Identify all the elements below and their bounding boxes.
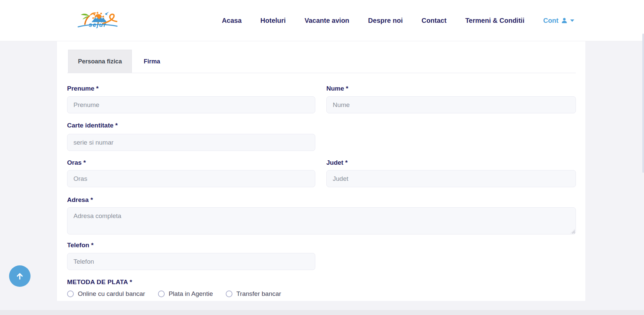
nume-label: Nume * bbox=[326, 85, 348, 92]
nume-input[interactable] bbox=[326, 96, 576, 113]
tab-firma-label: Firma bbox=[144, 58, 160, 65]
nav-item-contact[interactable]: Contact bbox=[422, 17, 446, 24]
booking-form-card: Persoana fizica Firma Prenume * Nume * C… bbox=[57, 41, 585, 301]
header: sejur Acasa Hoteluri Vacante avion Despr… bbox=[0, 0, 644, 41]
payment-option-agentie[interactable]: Plata in Agentie bbox=[158, 290, 213, 298]
tab-underline bbox=[67, 73, 576, 73]
metoda-de-plata-label: METODA DE PLATA * bbox=[67, 278, 132, 286]
arrow-up-icon bbox=[15, 272, 24, 280]
tab-persoana-fizica[interactable]: Persoana fizica bbox=[68, 50, 132, 73]
radio-agentie-label: Plata in Agentie bbox=[169, 290, 213, 298]
tab-persoana-fizica-label: Persoana fizica bbox=[78, 58, 122, 65]
radio-card-online-label: Online cu cardul bancar bbox=[78, 290, 145, 298]
payment-option-transfer[interactable]: Transfer bancar bbox=[226, 290, 281, 298]
tab-firma[interactable]: Firma bbox=[132, 50, 172, 73]
scrollbar-track bbox=[641, 0, 644, 315]
oras-input[interactable] bbox=[67, 170, 315, 187]
nav-item-vacante-avion[interactable]: Vacante avion bbox=[305, 17, 349, 24]
nav-item-termeni-conditii[interactable]: Termeni & Conditii bbox=[465, 17, 524, 24]
prenume-label: Prenume * bbox=[67, 85, 99, 92]
judet-input[interactable] bbox=[326, 170, 576, 187]
payment-option-card-online[interactable]: Online cu cardul bancar bbox=[67, 290, 145, 298]
judet-label: Judet * bbox=[326, 159, 347, 166]
telefon-input[interactable] bbox=[67, 253, 315, 270]
brand-logo[interactable]: sejur bbox=[76, 9, 120, 30]
radio-card-online[interactable] bbox=[67, 291, 74, 297]
nav-item-acasa[interactable]: Acasa bbox=[222, 17, 241, 24]
adresa-label: Adresa * bbox=[67, 196, 93, 204]
nav-item-despre-noi[interactable]: Despre noi bbox=[368, 17, 402, 24]
radio-agentie[interactable] bbox=[158, 291, 165, 297]
oras-label: Oras * bbox=[67, 159, 86, 166]
radio-transfer[interactable] bbox=[226, 291, 232, 297]
carte-identitate-input[interactable] bbox=[67, 134, 315, 151]
chevron-down-icon bbox=[570, 19, 574, 22]
nav-item-hoteluri[interactable]: Hoteluri bbox=[260, 17, 286, 24]
carte-identitate-label: Carte identitate * bbox=[67, 122, 118, 129]
main-nav: Acasa Hoteluri Vacante avion Despre noi … bbox=[222, 0, 574, 41]
payment-options: Online cu cardul bancar Plata in Agentie… bbox=[67, 290, 281, 298]
user-icon bbox=[561, 17, 568, 24]
telefon-label: Telefon * bbox=[67, 242, 94, 249]
account-menu[interactable]: Cont bbox=[543, 17, 574, 24]
scrollbar-thumb[interactable] bbox=[642, 34, 644, 173]
footer-band bbox=[0, 310, 644, 315]
page: sejur Acasa Hoteluri Vacante avion Despr… bbox=[0, 0, 644, 315]
scroll-to-top-button[interactable] bbox=[9, 265, 31, 287]
account-label: Cont bbox=[543, 17, 558, 24]
radio-transfer-label: Transfer bancar bbox=[236, 290, 281, 298]
prenume-input[interactable] bbox=[67, 96, 315, 113]
brand-name: sejur bbox=[87, 21, 108, 29]
adresa-textarea[interactable] bbox=[67, 207, 576, 234]
